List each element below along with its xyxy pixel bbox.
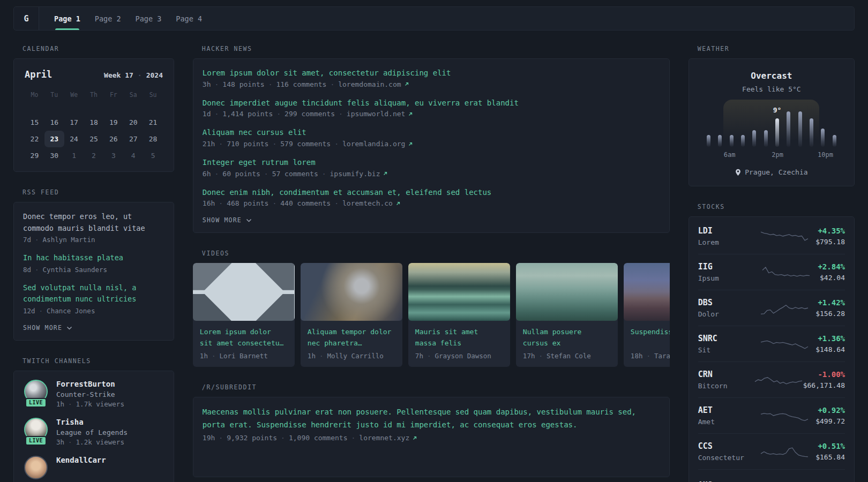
calendar-weekday: Mo <box>25 89 44 105</box>
stock-sparkline <box>754 372 803 388</box>
weather-bar-column <box>829 111 840 147</box>
external-link-icon <box>408 111 413 117</box>
video-card[interactable]: Mauris sit amet massa felis7h·Grayson Da… <box>408 263 510 367</box>
stock-row[interactable]: DBSDolor+1.42%$156.28 <box>698 290 845 326</box>
calendar-weekday: We <box>64 89 84 105</box>
hacker-news-item: Donec imperdiet augue tincidunt felis al… <box>203 97 660 118</box>
reddit-post-title[interactable]: Maecenas mollis pulvinar erat non posuer… <box>203 406 660 432</box>
calendar-day: 4 <box>123 147 143 164</box>
video-title[interactable]: Lorem ipsum dolor sit amet consectetu… <box>200 327 288 349</box>
video-thumbnail[interactable] <box>408 263 510 321</box>
stock-row[interactable]: AHS+0.46% <box>698 469 845 482</box>
video-card[interactable]: Nullam posuere cursus ex17h·Stefan Cole <box>516 263 618 367</box>
hn-item-domain-link[interactable]: loremtech.co <box>342 199 401 207</box>
rss-item-title[interactable]: Donec tempor eros leo, ut commodo mauris… <box>23 211 164 234</box>
stock-symbol[interactable]: LDI <box>698 226 713 236</box>
hn-show-more-button[interactable]: SHOW MORE <box>203 216 252 224</box>
video-thumbnail[interactable] <box>516 263 618 321</box>
video-title[interactable]: Aliquam tempor dolor nec pharetra… <box>308 327 395 349</box>
stock-sparkline-wrap <box>754 408 815 424</box>
tab-page-2[interactable]: Page 2 <box>95 7 121 30</box>
stock-row[interactable]: SNRCSit+1.36%$148.64 <box>698 326 845 362</box>
separator-dot: · <box>319 352 324 360</box>
stock-symbol[interactable]: SNRC <box>698 334 717 343</box>
external-link-icon <box>412 435 417 441</box>
twitch-channel-row[interactable]: LIVEForrestBurtonCounter-Strike1h·1.7k v… <box>23 380 164 408</box>
hn-item-title[interactable]: Aliquam nec cursus elit <box>203 127 660 139</box>
calendar-day: 25 <box>84 131 104 147</box>
stocks-card: LDILorem+4.35%$795.18IIGIpsum+2.84%$42.0… <box>689 216 855 482</box>
subreddit-card: Maecenas mollis pulvinar erat non posuer… <box>193 397 670 477</box>
video-card[interactable]: Aliquam tempor dolor nec pharetra…1h·Mol… <box>301 263 402 367</box>
video-card[interactable]: Suspendisse diam18h·Tara <box>624 263 670 367</box>
right-column: WEATHER Overcast Feels like 5°C 9° 6am2p… <box>689 45 855 482</box>
stock-symbol[interactable]: IIG <box>698 262 713 272</box>
hn-item-meta: 3h·148 points·116 comments·loremdomain.c… <box>203 80 660 88</box>
tab-page-1[interactable]: Page 1 <box>54 7 80 30</box>
video-thumbnail[interactable] <box>624 263 670 321</box>
external-link-icon <box>404 81 409 87</box>
twitch-game[interactable]: League of Legends <box>56 428 128 436</box>
stock-row[interactable]: IIGIpsum+2.84%$42.04 <box>698 254 845 290</box>
rss-item-meta: 8d·Cynthia Saunders <box>23 266 164 274</box>
hn-item-age: 3h <box>203 80 211 88</box>
weather-bar <box>752 130 756 147</box>
weather-bar <box>775 118 779 147</box>
calendar-day: 19 <box>103 114 123 131</box>
twitch-channel-name[interactable]: ForrestBurton <box>56 380 124 388</box>
page-tabs: Page 1Page 2Page 3Page 4 <box>39 7 217 30</box>
calendar-day: 20 <box>123 114 143 131</box>
hn-item-domain-link[interactable]: loremdomain.com <box>338 80 409 88</box>
calendar-day: 18 <box>84 114 104 131</box>
widget-label-rss: RSS FEED <box>23 189 174 196</box>
hn-item-domain-link[interactable]: ipsumify.biz <box>330 170 388 178</box>
tab-page-4[interactable]: Page 4 <box>176 7 202 30</box>
stock-row[interactable]: CCSConsectetur+0.51%$165.84 <box>698 433 845 469</box>
twitch-widget: TWITCH CHANNELS LIVEForrestBurtonCounter… <box>13 357 174 482</box>
video-title[interactable]: Nullam posuere cursus ex <box>523 327 611 349</box>
weather-card: Overcast Feels like 5°C 9° 6am2pm10pm Pr… <box>689 58 855 186</box>
video-age: 1h <box>308 352 316 360</box>
twitch-channel-name[interactable]: Trisha <box>56 418 128 426</box>
weather-temperature-label: 9° <box>773 106 782 114</box>
stock-row[interactable]: LDILorem+4.35%$795.18 <box>698 219 845 254</box>
video-title[interactable]: Suspendisse diam <box>631 327 670 349</box>
stock-price: $499.72 <box>815 417 845 425</box>
rss-show-more-button[interactable]: SHOW MORE <box>23 324 72 332</box>
avatar[interactable] <box>24 456 48 479</box>
rss-item-title[interactable]: Sed volutpat nulla nisl, a condimentum n… <box>23 282 164 305</box>
stock-symbol[interactable]: DBS <box>698 298 713 307</box>
separator-dot: · <box>35 266 39 274</box>
video-thumbnail[interactable] <box>193 263 295 321</box>
weather-bar-column <box>783 111 794 147</box>
separator-dot: · <box>68 400 72 408</box>
hn-item-title[interactable]: Donec imperdiet augue tincidunt felis al… <box>203 97 660 109</box>
twitch-channel-row[interactable]: LIVETrishaLeague of Legends3h·1.2k viewe… <box>23 418 164 446</box>
calendar-day-selected: 23 <box>44 131 64 147</box>
hn-item-title[interactable]: Integer eget rutrum lorem <box>203 157 660 169</box>
video-title[interactable]: Mauris sit amet massa felis <box>415 327 503 349</box>
hn-item-title[interactable]: Lorem ipsum dolor sit amet, consectetur … <box>203 67 660 79</box>
stock-symbol[interactable]: AET <box>698 405 713 415</box>
hn-item-domain-link[interactable]: loremlandia.org <box>342 140 413 148</box>
twitch-channel-row[interactable]: KendallCarr <box>23 456 164 482</box>
tab-page-3[interactable]: Page 3 <box>136 7 162 30</box>
live-badge: LIVE <box>25 398 47 408</box>
widget-label-twitch: TWITCH CHANNELS <box>23 357 174 365</box>
stock-row[interactable]: CRNBitcorn-1.00%$66,171.48 <box>698 362 845 397</box>
app-logo[interactable]: G <box>14 7 39 30</box>
calendar-day-grid: 1516171819202122232425262728293012345 <box>25 114 163 164</box>
twitch-stream-meta: 1h·1.7k viewers <box>56 400 124 408</box>
hn-item-title[interactable]: Donec enim nibh, condimentum et accumsan… <box>203 187 660 199</box>
twitch-game[interactable]: Counter-Strike <box>56 390 124 398</box>
reddit-post-domain-link[interactable]: loremnet.xyz <box>359 434 417 442</box>
video-card[interactable]: Lorem ipsum dolor sit amet consectetu…1h… <box>193 263 295 367</box>
stock-id: CCSConsectetur <box>698 441 754 462</box>
stock-row[interactable]: AETAmet+0.92%$499.72 <box>698 397 845 433</box>
stock-symbol[interactable]: CCS <box>698 441 713 451</box>
rss-item-title[interactable]: In hac habitasse platea <box>23 252 164 264</box>
video-thumbnail[interactable] <box>301 263 402 321</box>
stock-symbol[interactable]: CRN <box>698 370 713 379</box>
twitch-channel-name[interactable]: KendallCarr <box>56 456 106 464</box>
hn-item-domain-link[interactable]: ipsumworld.net <box>347 110 414 118</box>
